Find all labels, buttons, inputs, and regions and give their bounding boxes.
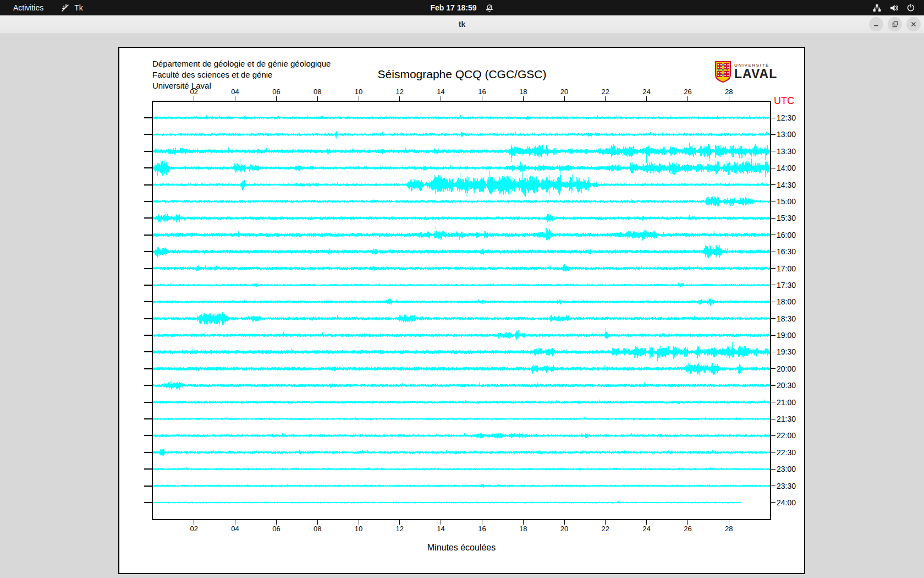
x-tick-label-bottom: 28 xyxy=(725,525,733,533)
close-button[interactable] xyxy=(906,17,921,31)
row-tick-left xyxy=(144,502,152,503)
seismograph-canvas: Département de géologie et de génie géol… xyxy=(118,47,805,574)
utc-time-label: 23:00 xyxy=(777,465,796,473)
row-tick-left xyxy=(144,151,152,152)
utc-time-label: 21:00 xyxy=(777,398,796,407)
utc-time-label: 16:30 xyxy=(777,247,796,256)
utc-time-label: 13:00 xyxy=(777,130,796,139)
row-tick-left xyxy=(144,117,152,118)
row-tick-right xyxy=(771,201,776,201)
utc-time-label: 17:00 xyxy=(777,264,796,273)
x-tick-label-bottom: 10 xyxy=(355,525,362,533)
utc-label: UTC xyxy=(774,95,794,107)
logo-laval-label: LAVAL xyxy=(734,68,777,80)
gnome-top-bar: Activities Tk Feb 17 18:59 xyxy=(0,0,924,15)
row-tick-left xyxy=(144,335,152,336)
x-tick-label-bottom: 04 xyxy=(231,525,239,533)
x-tick-bottom xyxy=(564,520,565,525)
x-tick-bottom xyxy=(523,520,524,525)
x-tick-label-top: 14 xyxy=(437,88,444,96)
x-tick-label-top: 20 xyxy=(560,88,568,96)
x-tick-label-top: 18 xyxy=(519,88,527,96)
row-tick-right xyxy=(771,469,776,470)
utc-time-label: 18:30 xyxy=(777,314,796,323)
row-tick-left xyxy=(144,301,152,302)
x-tick-label-top: 24 xyxy=(642,88,650,96)
x-tick-top xyxy=(605,96,606,101)
x-tick-label-top: 06 xyxy=(272,88,280,96)
maximize-button[interactable] xyxy=(888,17,902,31)
row-tick-left xyxy=(144,385,152,386)
x-tick-top xyxy=(688,96,688,101)
activities-button[interactable]: Activities xyxy=(10,2,47,13)
institution-line-2: Faculté des sciences et de génie xyxy=(152,69,331,80)
x-tick-top xyxy=(441,96,441,101)
row-tick-right xyxy=(771,318,776,319)
utc-time-label: 16:00 xyxy=(777,231,796,239)
utc-time-label: 17:30 xyxy=(777,281,796,290)
utc-time-label: 20:00 xyxy=(777,364,796,373)
volume-icon xyxy=(889,3,899,13)
row-tick-right xyxy=(771,452,776,452)
row-tick-left xyxy=(144,368,152,369)
network-wired-icon xyxy=(872,3,882,13)
notifications-muted-icon xyxy=(486,4,494,12)
x-tick-label-bottom: 20 xyxy=(560,525,568,533)
institution-line-1: Département de géologie et de génie géol… xyxy=(152,58,331,69)
x-tick-label-top: 12 xyxy=(396,88,404,96)
x-tick-top xyxy=(317,96,318,101)
x-tick-bottom xyxy=(482,520,482,525)
x-tick-label-bottom: 14 xyxy=(437,525,444,533)
row-tick-left xyxy=(144,251,152,252)
row-tick-left xyxy=(144,235,152,236)
window-controls xyxy=(869,17,921,31)
system-status-area[interactable] xyxy=(872,3,924,13)
x-tick-bottom xyxy=(235,520,235,525)
clock-menu[interactable]: Feb 17 18:59 xyxy=(430,0,493,15)
x-tick-label-top: 04 xyxy=(231,88,239,96)
x-tick-top xyxy=(646,96,647,101)
x-tick-top xyxy=(276,96,277,101)
row-tick-left xyxy=(144,402,152,403)
focused-app-indicator[interactable]: Tk xyxy=(61,3,83,12)
x-tick-label-top: 08 xyxy=(314,88,321,96)
row-tick-left xyxy=(144,435,152,436)
row-tick-right xyxy=(771,235,776,235)
minimize-button[interactable] xyxy=(869,17,883,31)
x-tick-top xyxy=(235,96,235,101)
utc-time-label: 18:00 xyxy=(777,297,796,306)
row-tick-right xyxy=(771,118,776,118)
utc-time-label: 19:00 xyxy=(777,331,796,340)
x-tick-label-top: 10 xyxy=(355,88,362,96)
utc-time-label: 14:30 xyxy=(777,181,796,189)
row-tick-left xyxy=(144,351,152,352)
x-tick-bottom xyxy=(688,520,688,525)
utc-time-label: 15:00 xyxy=(777,197,796,206)
x-tick-label-bottom: 02 xyxy=(190,525,198,533)
x-tick-label-bottom: 18 xyxy=(519,525,527,533)
row-tick-right xyxy=(771,151,776,151)
x-tick-label-top: 28 xyxy=(725,88,733,96)
row-tick-right xyxy=(771,302,776,302)
utc-time-label: 12:30 xyxy=(777,113,796,122)
row-tick-right xyxy=(771,285,776,285)
power-icon xyxy=(906,3,915,12)
window-titlebar[interactable]: tk xyxy=(0,15,924,34)
utc-time-label: 20:30 xyxy=(777,381,796,390)
row-tick-right xyxy=(771,402,776,402)
row-tick-left xyxy=(144,452,152,453)
utc-time-label: 24:00 xyxy=(777,498,796,507)
utc-time-label: 22:00 xyxy=(777,431,796,440)
row-tick-right xyxy=(771,502,776,503)
x-axis-label: Minutes écoulées xyxy=(427,543,496,553)
utc-time-label: 21:30 xyxy=(777,415,796,423)
institution-line-3: Université Laval xyxy=(152,80,331,91)
utc-time-label: 14:00 xyxy=(777,163,796,172)
x-tick-bottom xyxy=(317,520,318,525)
row-tick-right xyxy=(771,134,776,135)
row-tick-right xyxy=(771,268,776,269)
x-tick-label-bottom: 16 xyxy=(478,525,486,533)
row-tick-right xyxy=(771,385,776,386)
x-tick-label-bottom: 22 xyxy=(602,525,609,533)
trace-canvas xyxy=(153,102,770,519)
